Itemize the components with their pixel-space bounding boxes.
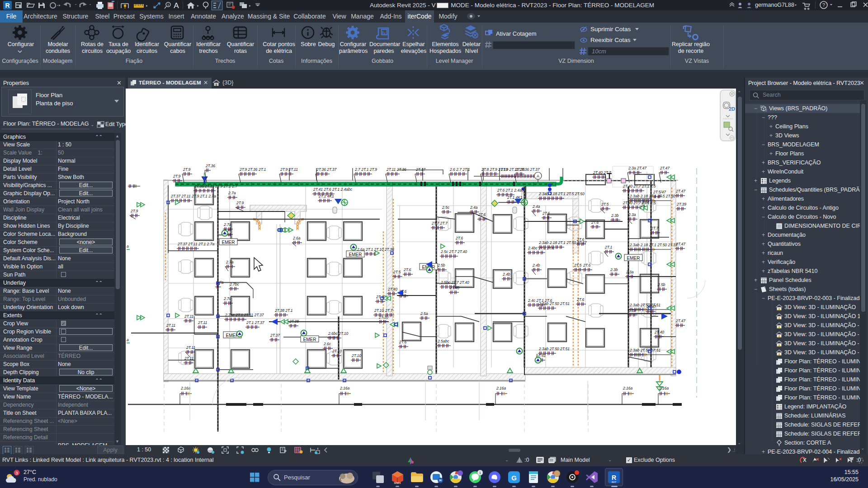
svg-text:2T.36 2T.11 2T.9 2T.1 2.7: 2T.36 2T.11 2T.9 2T.1 2.7 bbox=[194, 184, 237, 188]
svg-text:2T.9: 2T.9 bbox=[173, 174, 181, 178]
svg-text:2.4a: 2.4a bbox=[532, 204, 540, 209]
svg-text:2T.6: 2T.6 bbox=[403, 267, 411, 272]
svg-text:2.7a: 2.7a bbox=[226, 260, 234, 264]
svg-text:2T.5: 2T.5 bbox=[601, 202, 609, 206]
svg-text:2T.11: 2T.11 bbox=[166, 323, 176, 328]
svg-text:2T.9: 2T.9 bbox=[183, 167, 191, 172]
svg-text:1: 1 bbox=[479, 471, 481, 475]
svg-text:2.3ab 2T.50 2T.51: 2.3ab 2T.50 2T.51 bbox=[538, 347, 570, 351]
svg-text:2T.40 2T.7 2T.1 2.5: 2T.40 2T.7 2T.1 2.5 bbox=[623, 184, 656, 188]
svg-text:2T.9: 2T.9 bbox=[130, 209, 138, 213]
svg-text:2T.5: 2T.5 bbox=[393, 270, 401, 274]
svg-text:2.7bc: 2.7bc bbox=[229, 282, 240, 286]
svg-text:2T.11: 2T.11 bbox=[198, 320, 208, 325]
svg-text:2T.37: 2T.37 bbox=[270, 333, 280, 338]
svg-text:2.7a: 2.7a bbox=[228, 191, 236, 195]
svg-text:2T.10: 2T.10 bbox=[332, 349, 342, 353]
svg-text:2.5b: 2.5b bbox=[657, 282, 665, 287]
svg-text:2.3ab 2.18 2T.1 2T.50 2T.37: 2.3ab 2.18 2T.1 2T.50 2T.37 bbox=[629, 243, 678, 247]
svg-text:2T.9: 2T.9 bbox=[236, 201, 244, 205]
svg-text:2T.1 2T.37: 2T.1 2T.37 bbox=[246, 320, 264, 325]
svg-text:2.5c 2T.7 2T.40: 2.5c 2T.7 2T.40 bbox=[440, 249, 467, 254]
svg-text:2.3ab 2T.50 b7.51: 2.3ab 2T.50 b7.51 bbox=[629, 348, 660, 352]
svg-text:2T.9 2T.11: 2T.9 2T.11 bbox=[280, 167, 298, 172]
svg-text:2T.11 2T.36: 2T.11 2T.36 bbox=[386, 167, 406, 172]
svg-text:2.3a: 2.3a bbox=[626, 270, 634, 274]
svg-text:2T.39: 2T.39 bbox=[676, 202, 686, 206]
svg-text:?: ? bbox=[822, 2, 825, 8]
svg-text:2.4b: 2.4b bbox=[502, 272, 510, 277]
svg-text:✉: ✉ bbox=[439, 479, 442, 483]
svg-text:2.3ab 2.18 2T.1 2T.5 2T.50: 2.3ab 2.18 2T.1 2T.5 2T.50 bbox=[629, 194, 675, 198]
svg-text:2.6 2.7 2T.1: 2.6 2.7 2T.1 bbox=[449, 167, 470, 172]
svg-text:G: G bbox=[511, 474, 517, 482]
svg-text:2.4b: 2.4b bbox=[532, 263, 540, 267]
svg-text:2.5abc: 2.5abc bbox=[437, 339, 449, 343]
svg-text:2T.6: 2T.6 bbox=[478, 212, 486, 217]
svg-text:2.16a: 2.16a bbox=[180, 386, 191, 390]
svg-text:2T.10: 2T.10 bbox=[374, 308, 384, 313]
svg-text:2T.6: 2T.6 bbox=[591, 220, 599, 225]
svg-text:R: R bbox=[612, 474, 616, 481]
svg-text:2T.6 2T.1 2.4abc: 2T.6 2T.1 2.4abc bbox=[497, 188, 526, 192]
svg-text:2.3a 2T.47: 2.3a 2T.47 bbox=[628, 166, 646, 170]
svg-text:2.7c: 2.7c bbox=[223, 296, 231, 301]
svg-text:RVT: RVT bbox=[612, 481, 616, 483]
svg-text:2.5a: 2.5a bbox=[420, 311, 428, 316]
svg-text:A: A bbox=[537, 174, 539, 178]
svg-text:2.3a: 2.3a bbox=[628, 212, 636, 217]
svg-text:2.3ab 2.18 2T.1 2T.5 2T.50: 2.3ab 2.18 2T.1 2T.5 2T.50 bbox=[538, 192, 585, 196]
svg-text:2T.37: 2T.37 bbox=[415, 167, 425, 172]
svg-text:2.7bc 2T.1 2T.11 2T.37: 2.7bc 2T.1 2T.11 2T.37 bbox=[225, 313, 264, 317]
svg-text:2.7 2T.1 2T.9: 2.7 2T.1 2T.9 bbox=[354, 167, 377, 172]
svg-text:2T.7: 2T.7 bbox=[651, 226, 659, 230]
svg-text:2T.6: 2T.6 bbox=[399, 340, 407, 344]
svg-text:2T.7 2T.7: 2T.7 2T.7 bbox=[431, 221, 448, 225]
svg-text:2T.1: 2T.1 bbox=[604, 245, 613, 249]
svg-text:2T.37 2T.11 2T.9 2T.1 2.7a: 2T.37 2T.11 2T.9 2T.1 2.7a bbox=[170, 194, 216, 198]
svg-text:R: R bbox=[5, 2, 9, 9]
svg-text:2.3ab 2.18 2T.1 2T.50 2T.37: 2.3ab 2.18 2T.1 2T.50 2T.37 bbox=[538, 240, 587, 245]
svg-text:3: 3 bbox=[15, 470, 18, 475]
svg-text:2.3b: 2.3b bbox=[611, 213, 619, 218]
svg-text:2T.7: 2T.7 bbox=[385, 308, 393, 313]
svg-text:2T.40: 2T.40 bbox=[387, 287, 397, 291]
svg-text:a: a bbox=[127, 244, 129, 249]
svg-text:2T.47: 2T.47 bbox=[675, 319, 685, 323]
svg-text:2.16a: 2.16a bbox=[340, 386, 350, 390]
svg-text:2T.38: 2T.38 bbox=[289, 319, 299, 324]
svg-text:2.3b: 2.3b bbox=[610, 267, 618, 272]
svg-text:2.16a: 2.16a bbox=[623, 386, 633, 390]
svg-text:2T.1 4K1: 2T.1 4K1 bbox=[318, 194, 334, 198]
svg-text:2T.40: 2T.40 bbox=[654, 330, 664, 334]
svg-text:A: A bbox=[174, 1, 179, 10]
svg-text:2.5c: 2.5c bbox=[442, 205, 450, 210]
svg-text:2T.6: 2T.6 bbox=[455, 236, 463, 240]
svg-text:2.3ab 2T.50 2T.51: 2.3ab 2T.50 2T.51 bbox=[538, 301, 570, 306]
svg-text:2T.5: 2T.5 bbox=[574, 263, 582, 267]
svg-text:2T.9 2T.11 2T.36 2T.37: 2T.9 2T.11 2T.36 2T.37 bbox=[500, 167, 540, 172]
svg-text:2T.41 2T.6 2T.1 2.4abc: 2T.41 2T.6 2T.1 2.4abc bbox=[313, 187, 353, 192]
svg-text:2T.11: 2T.11 bbox=[186, 345, 196, 350]
svg-text:2T.38 2T.1: 2T.38 2T.1 bbox=[274, 308, 293, 313]
svg-text:germanoG7L88: germanoG7L88 bbox=[755, 2, 794, 8]
svg-text:2T.10: 2T.10 bbox=[351, 353, 361, 358]
svg-text:2.6c: 2.6c bbox=[323, 342, 331, 346]
svg-text:2T.36 2T.37: 2T.36 2T.37 bbox=[316, 167, 337, 172]
svg-text:2T.47: 2T.47 bbox=[660, 166, 670, 170]
svg-text:2.4a: 2.4a bbox=[470, 205, 478, 210]
svg-text:2T.11: 2T.11 bbox=[184, 314, 194, 319]
svg-text:2T.9 2T.36 2T.1: 2T.9 2T.36 2T.1 bbox=[239, 167, 266, 172]
svg-text:2T.40 2T.7: 2T.40 2T.7 bbox=[593, 170, 611, 175]
svg-text:2T.11: 2T.11 bbox=[184, 356, 194, 361]
svg-text:2.5bc 2T.7 2T.40: 2.5bc 2T.7 2T.40 bbox=[440, 280, 469, 285]
svg-text:2.16a: 2.16a bbox=[496, 386, 506, 390]
svg-text:a: a bbox=[127, 338, 129, 342]
svg-text:2.5b: 2.5b bbox=[437, 263, 445, 267]
svg-text:2T.37 2T.11 2T.1 2.7a: 2T.37 2T.11 2T.1 2.7a bbox=[177, 242, 214, 246]
svg-text:2T.6: 2T.6 bbox=[583, 263, 591, 267]
svg-text:2D: 2D bbox=[729, 106, 735, 112]
svg-text:2.6a: 2.6a bbox=[292, 236, 301, 240]
svg-text:2T.40: 2T.40 bbox=[449, 286, 459, 290]
svg-text:2T.47: 2T.47 bbox=[675, 189, 685, 193]
